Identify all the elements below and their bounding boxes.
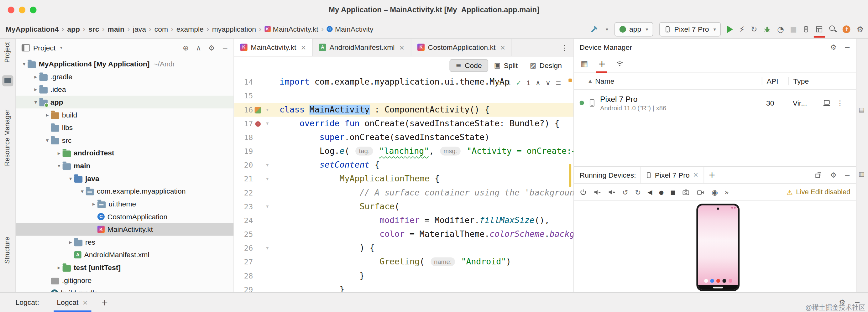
settings-gear-icon[interactable]: ⚙ <box>857 25 864 33</box>
code-line-24[interactable]: 24 modifier = Modifier.fillMaxSize(), <box>234 214 574 227</box>
add-running-device-icon[interactable]: + <box>709 170 715 180</box>
emulator-phone-frame[interactable] <box>696 204 740 291</box>
close-tab-icon[interactable]: × <box>693 171 699 179</box>
stripe-item-project[interactable]: Project <box>3 42 11 63</box>
close-tab-icon[interactable]: × <box>399 43 405 51</box>
live-edit-status[interactable]: Live Edit disabled <box>796 188 850 196</box>
code-line-19[interactable]: 19 Log.e( tag: "lanching", msg: "Activit… <box>234 145 574 158</box>
code-line-26[interactable]: 26▾ ) { <box>234 241 574 255</box>
debug-icon[interactable] <box>763 25 771 33</box>
expand-arrow-icon[interactable]: ▸ <box>32 87 39 92</box>
code-line-18[interactable]: 18 super.onCreate(savedInstanceState) <box>234 131 574 145</box>
sort-ascending-icon[interactable]: ▲ <box>588 78 592 83</box>
editor-scrollbar[interactable] <box>567 75 574 292</box>
editor-tab-mainactivity-kt[interactable]: KMainActivity.kt× <box>234 39 313 56</box>
override-gutter-icon[interactable]: ↑ <box>253 121 263 127</box>
tab-list-kebab-icon[interactable]: ⋮ <box>556 39 574 56</box>
breadcrumb-item-mainactivity-kt[interactable]: KMainActivity.kt <box>263 25 319 34</box>
android-class-gutter-icon[interactable] <box>253 106 263 113</box>
tree-item-mainactivity-kt[interactable]: KMainActivity.kt <box>16 223 234 236</box>
breadcrumb-item-myapplication4[interactable]: MyApplication4 <box>4 25 60 34</box>
tree-item-gradle[interactable]: ▸.gradle <box>16 70 234 83</box>
fold-marker-icon[interactable]: ▾ <box>263 158 272 172</box>
editor-tab-costomapplication-kt[interactable]: KCostomApplication.kt× <box>411 39 512 56</box>
tree-item-idea[interactable]: ▸.idea <box>16 83 234 96</box>
code-line-15[interactable]: 15 <box>234 89 574 103</box>
running-devices-hide-icon[interactable]: − <box>844 171 850 179</box>
profiler-icon[interactable]: ◔ <box>777 25 784 33</box>
breadcrumb-item-src[interactable]: src <box>87 25 100 34</box>
run-button[interactable] <box>727 25 733 33</box>
emulator-screen[interactable] <box>698 205 738 289</box>
run-config-select[interactable]: app ▾ <box>614 22 653 36</box>
expand-arrow-icon[interactable]: ▾ <box>20 61 28 67</box>
group-devices-icon[interactable]: ▦ <box>581 59 588 68</box>
android-back-button-icon[interactable]: ◀ <box>648 189 652 196</box>
code-line-21[interactable]: 21▾ MyApplicationTheme { <box>234 172 574 186</box>
stripe-item-resource-manager[interactable]: Resource Manager <box>3 110 11 166</box>
view-mode-code[interactable]: ≡ Code <box>450 59 488 72</box>
tree-item-res[interactable]: ▸res <box>16 236 234 249</box>
build-hammer-icon[interactable] <box>590 25 598 33</box>
expand-arrow-icon[interactable]: ▾ <box>44 137 51 143</box>
code-line-28[interactable]: 28 } <box>234 269 574 283</box>
code-line-16[interactable]: 16▾class MainActivity : ComponentActivit… <box>234 103 574 117</box>
expand-arrow-icon[interactable]: ▸ <box>56 150 63 156</box>
expand-arrow-icon[interactable]: ▾ <box>67 176 74 181</box>
stripe-item-structure[interactable]: Structure <box>3 237 11 264</box>
tree-item-costomapplication[interactable]: CCostomApplication <box>16 210 234 223</box>
screen-record-icon[interactable] <box>696 189 705 196</box>
tree-item-androidmanifest-xml[interactable]: AAndroidManifest.xml <box>16 248 234 261</box>
breadcrumb-item-app[interactable]: app <box>66 25 81 34</box>
fold-marker-icon[interactable]: ▾ <box>263 103 272 117</box>
expand-arrow-icon[interactable]: ▾ <box>79 188 86 194</box>
view-mode-split[interactable]: ▣ Split <box>488 59 524 72</box>
running-device-tab[interactable]: Pixel 7 Pro × <box>641 167 704 183</box>
project-panel-title[interactable]: Project <box>33 43 56 52</box>
android-home-button-icon[interactable]: ● <box>659 189 664 195</box>
next-issue-icon[interactable]: ∨ <box>546 79 551 87</box>
column-api[interactable]: API <box>762 77 788 85</box>
prev-issue-icon[interactable]: ∧ <box>535 79 540 87</box>
snapshot-icon[interactable]: ◉ <box>712 188 718 196</box>
device-manager-settings-gear-icon[interactable]: ⚙ <box>830 43 837 51</box>
breadcrumb-item-java[interactable]: java <box>132 25 147 34</box>
add-logcat-tab-icon[interactable]: + <box>101 298 108 308</box>
tree-item-com-example-myapplication[interactable]: ▾com.example.myapplication <box>16 185 234 198</box>
device-manager-hide-icon[interactable]: − <box>844 43 850 51</box>
check-icon[interactable]: ✓ <box>516 79 522 87</box>
fold-marker-icon[interactable]: ▾ <box>263 117 272 131</box>
sync-icon[interactable]: ↻ <box>751 25 757 33</box>
expand-arrow-icon[interactable]: ▸ <box>67 239 74 245</box>
pair-wifi-icon[interactable] <box>616 60 624 68</box>
code-line-27[interactable]: 27 Greeting( name: "Android") <box>234 255 574 269</box>
tree-item-main[interactable]: ▾main <box>16 159 234 172</box>
tree-item-androidtest[interactable]: ▸androidTest <box>16 147 234 159</box>
expand-arrow-icon[interactable]: ▾ <box>32 99 39 105</box>
expand-arrow-icon[interactable]: ▸ <box>56 264 63 270</box>
tree-item-myapplication4-my-application[interactable]: ▾MyApplication4 [My Application]~/Andr <box>16 58 234 70</box>
android-overview-button-icon[interactable]: ■ <box>670 189 676 195</box>
float-window-icon[interactable] <box>815 171 822 179</box>
rotate-left-icon[interactable]: ↺ <box>622 188 628 196</box>
running-devices-settings-gear-icon[interactable]: ⚙ <box>830 171 837 179</box>
tree-item-build-gradle[interactable]: Gbuild.gradle <box>16 287 234 292</box>
device-more-actions-icon[interactable]: ⋮ <box>836 99 843 107</box>
power-button-icon[interactable] <box>580 189 587 196</box>
column-type[interactable]: Type <box>788 77 823 85</box>
close-tab-icon[interactable]: × <box>83 299 88 306</box>
code-line-29[interactable]: 29 } <box>234 283 574 292</box>
code-line-22[interactable]: 22 // A surface container using the 'bac… <box>234 186 574 200</box>
build-dropdown-caret-icon[interactable]: ▾ <box>606 26 608 32</box>
collapse-all-icon[interactable]: ∧ <box>196 43 201 52</box>
launch-on-device-icon[interactable] <box>823 99 831 106</box>
tree-item-libs[interactable]: libs <box>16 121 234 134</box>
breadcrumb-item-main[interactable]: main <box>106 25 126 34</box>
device-explorer-icon[interactable] <box>803 25 809 33</box>
tree-item-ui-theme[interactable]: ▸ui.theme <box>16 198 234 211</box>
tree-item-test-unittest[interactable]: ▸test [unitTest] <box>16 261 234 274</box>
device-row[interactable]: Pixel 7 Pro Android 11.0 ("R") | x86 30 … <box>574 90 856 116</box>
chevron-down-icon[interactable]: ▾ <box>60 45 63 51</box>
tree-item-app[interactable]: ▾app <box>16 96 234 109</box>
editor-body[interactable]: ≡ Code ▣ Split ▨ Design ⚠ 1 ✓ <box>234 56 574 292</box>
